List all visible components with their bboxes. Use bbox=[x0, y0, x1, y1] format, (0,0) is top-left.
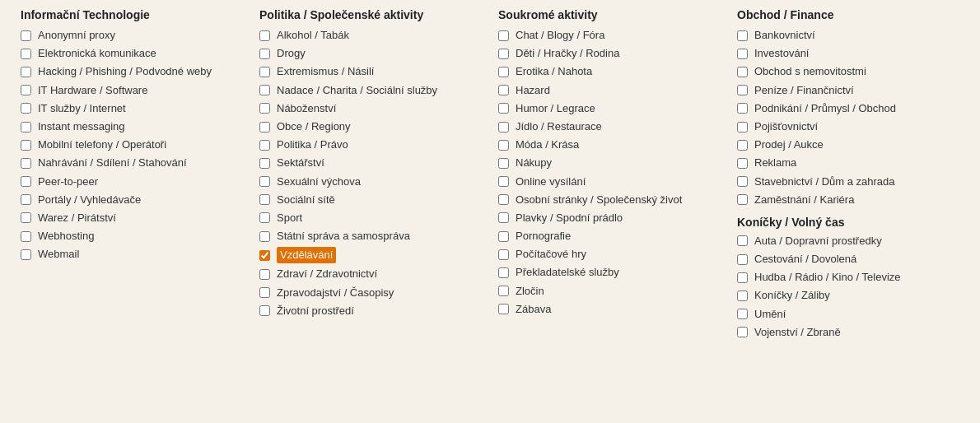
checkbox-input[interactable] bbox=[21, 176, 31, 187]
checkbox-input[interactable] bbox=[259, 30, 270, 41]
checkbox-label[interactable]: Instant messaging bbox=[21, 119, 125, 134]
checkbox-label[interactable]: Vzdělávání bbox=[259, 247, 336, 263]
checkbox-input[interactable] bbox=[21, 67, 31, 77]
checkbox-input[interactable] bbox=[737, 309, 748, 319]
checkbox-input[interactable] bbox=[737, 291, 748, 301]
checkbox-input[interactable] bbox=[21, 30, 31, 41]
checkbox-label[interactable]: Portály / Vyhledávače bbox=[21, 193, 141, 207]
checkbox-input[interactable] bbox=[259, 250, 270, 261]
checkbox-label[interactable]: Drogy bbox=[259, 46, 306, 61]
checkbox-label[interactable]: Prodej / Aukce bbox=[737, 137, 824, 152]
checkbox-label[interactable]: Sport bbox=[259, 211, 302, 225]
checkbox-label[interactable]: Umění bbox=[737, 307, 786, 322]
checkbox-label[interactable]: Cestování / Dovolená bbox=[737, 252, 856, 267]
checkbox-input[interactable] bbox=[259, 85, 270, 95]
checkbox-label[interactable]: Politika / Právo bbox=[259, 137, 348, 152]
checkbox-label[interactable]: Chat / Blogy / Fóra bbox=[498, 28, 604, 43]
checkbox-label[interactable]: Mobilní telefony / Operátoři bbox=[21, 137, 166, 152]
checkbox-label[interactable]: Hazard bbox=[498, 83, 550, 98]
checkbox-label[interactable]: IT služby / Internet bbox=[21, 101, 126, 116]
checkbox-label[interactable]: Webhosting bbox=[21, 229, 94, 244]
checkbox-label[interactable]: Nahrávání / Sdílení / Stahování bbox=[21, 156, 187, 170]
checkbox-input[interactable] bbox=[498, 249, 509, 260]
checkbox-label[interactable]: Vojenství / Zbraně bbox=[737, 325, 841, 340]
checkbox-label[interactable]: Móda / Krása bbox=[498, 137, 579, 152]
checkbox-input[interactable] bbox=[259, 122, 270, 132]
checkbox-input[interactable] bbox=[498, 212, 509, 223]
checkbox-label[interactable]: Anonymní proxy bbox=[21, 28, 115, 43]
checkbox-input[interactable] bbox=[498, 231, 509, 242]
checkbox-label[interactable]: Online vysílání bbox=[498, 174, 586, 189]
checkbox-input[interactable] bbox=[498, 30, 509, 41]
checkbox-label[interactable]: Auta / Dopravní prostředky bbox=[737, 234, 882, 249]
checkbox-input[interactable] bbox=[737, 194, 748, 205]
checkbox-input[interactable] bbox=[21, 212, 31, 223]
checkbox-label[interactable]: Zpravodajství / Časopisy bbox=[259, 286, 394, 300]
checkbox-label[interactable]: Náboženství bbox=[259, 101, 336, 116]
checkbox-input[interactable] bbox=[259, 67, 270, 77]
checkbox-input[interactable] bbox=[737, 85, 748, 95]
checkbox-label[interactable]: Elektronická komunikace bbox=[21, 46, 156, 61]
checkbox-input[interactable] bbox=[737, 235, 748, 246]
checkbox-input[interactable] bbox=[21, 103, 31, 114]
checkbox-input[interactable] bbox=[737, 67, 748, 77]
checkbox-input[interactable] bbox=[259, 212, 270, 223]
checkbox-input[interactable] bbox=[498, 122, 509, 132]
checkbox-label[interactable]: Bankovnictví bbox=[737, 28, 815, 43]
checkbox-label[interactable]: Alkohol / Tabák bbox=[259, 28, 349, 43]
checkbox-input[interactable] bbox=[259, 231, 270, 242]
checkbox-label[interactable]: Investování bbox=[737, 46, 810, 61]
checkbox-label[interactable]: Obchod s nemovitostmi bbox=[737, 64, 866, 79]
checkbox-input[interactable] bbox=[259, 49, 270, 59]
checkbox-input[interactable] bbox=[21, 249, 31, 260]
checkbox-input[interactable] bbox=[21, 231, 31, 242]
checkbox-input[interactable] bbox=[737, 140, 748, 151]
checkbox-input[interactable] bbox=[737, 103, 748, 114]
checkbox-input[interactable] bbox=[498, 85, 509, 95]
checkbox-input[interactable] bbox=[259, 305, 270, 316]
checkbox-input[interactable] bbox=[737, 49, 748, 59]
checkbox-input[interactable] bbox=[737, 30, 748, 41]
checkbox-input[interactable] bbox=[737, 254, 748, 265]
checkbox-label[interactable]: Warez / Pirátství bbox=[21, 211, 116, 225]
checkbox-label[interactable]: Sociální sítě bbox=[259, 193, 335, 207]
checkbox-label[interactable]: Překladatelské služby bbox=[498, 265, 619, 280]
checkbox-input[interactable] bbox=[737, 122, 748, 132]
checkbox-label[interactable]: Peer-to-peer bbox=[21, 174, 98, 189]
checkbox-input[interactable] bbox=[498, 67, 509, 77]
checkbox-label[interactable]: Životní prostředí bbox=[259, 304, 354, 318]
checkbox-label[interactable]: Stavebnictví / Dům a zahrada bbox=[737, 174, 895, 189]
checkbox-label[interactable]: Hudba / Rádio / Kino / Televize bbox=[737, 270, 901, 285]
checkbox-input[interactable] bbox=[21, 194, 31, 205]
checkbox-input[interactable] bbox=[498, 158, 509, 169]
checkbox-input[interactable] bbox=[259, 287, 270, 298]
checkbox-input[interactable] bbox=[259, 158, 270, 169]
checkbox-label[interactable]: Humor / Legrace bbox=[498, 101, 595, 116]
checkbox-input[interactable] bbox=[21, 140, 31, 151]
checkbox-label[interactable]: Webmail bbox=[21, 247, 79, 262]
checkbox-input[interactable] bbox=[737, 272, 748, 283]
checkbox-label[interactable]: Reklama bbox=[737, 156, 796, 170]
checkbox-label[interactable]: Peníze / Finančnictví bbox=[737, 83, 854, 98]
checkbox-input[interactable] bbox=[259, 140, 270, 151]
checkbox-label[interactable]: Zábava bbox=[498, 302, 551, 317]
checkbox-input[interactable] bbox=[21, 158, 31, 169]
checkbox-label[interactable]: Nadace / Charita / Sociální služby bbox=[259, 83, 437, 98]
checkbox-label[interactable]: Státní správa a samospráva bbox=[259, 229, 410, 244]
checkbox-input[interactable] bbox=[259, 176, 270, 187]
checkbox-input[interactable] bbox=[21, 85, 31, 95]
checkbox-label[interactable]: Zločin bbox=[498, 284, 544, 299]
checkbox-input[interactable] bbox=[21, 49, 31, 59]
checkbox-input[interactable] bbox=[21, 122, 31, 132]
checkbox-label[interactable]: Hacking / Phishing / Podvodné weby bbox=[21, 64, 212, 79]
checkbox-input[interactable] bbox=[498, 176, 509, 187]
checkbox-input[interactable] bbox=[498, 267, 509, 278]
checkbox-input[interactable] bbox=[259, 269, 270, 280]
checkbox-label[interactable]: Erotika / Nahota bbox=[498, 64, 592, 79]
checkbox-label[interactable]: Jídlo / Restaurace bbox=[498, 119, 602, 134]
checkbox-input[interactable] bbox=[498, 103, 509, 114]
checkbox-input[interactable] bbox=[737, 158, 748, 169]
checkbox-label[interactable]: Zdraví / Zdravotnictví bbox=[259, 267, 377, 281]
checkbox-label[interactable]: Podnikání / Průmysl / Obchod bbox=[737, 101, 896, 116]
checkbox-input[interactable] bbox=[259, 103, 270, 114]
